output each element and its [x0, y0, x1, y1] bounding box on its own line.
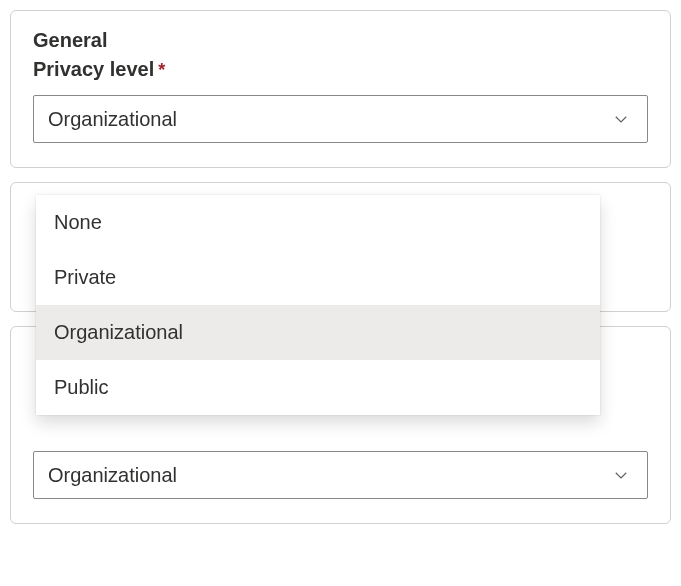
privacy-level-dropdown-list: None Private Organizational Public	[36, 195, 600, 415]
required-asterisk: *	[158, 60, 165, 81]
obscured-card: None Private Organizational Public	[10, 182, 671, 312]
privacy-level-select-value: Organizational	[48, 108, 177, 131]
field-label-text: Privacy level	[33, 58, 154, 81]
card-title: General	[33, 29, 648, 52]
privacy-level-select[interactable]: Organizational	[33, 95, 648, 143]
dropdown-option-private[interactable]: Private	[36, 250, 600, 305]
privacy-level-label: Privacy level *	[33, 58, 648, 81]
general-card: General Privacy level * Organizational	[10, 10, 671, 168]
privacy-level-select-2-value: Organizational	[48, 464, 177, 487]
chevron-down-icon	[609, 107, 633, 131]
chevron-down-icon	[609, 463, 633, 487]
dropdown-option-none[interactable]: None	[36, 195, 600, 250]
dropdown-option-organizational[interactable]: Organizational	[36, 305, 600, 360]
dropdown-option-public[interactable]: Public	[36, 360, 600, 415]
privacy-level-select-2[interactable]: Organizational	[33, 451, 648, 499]
